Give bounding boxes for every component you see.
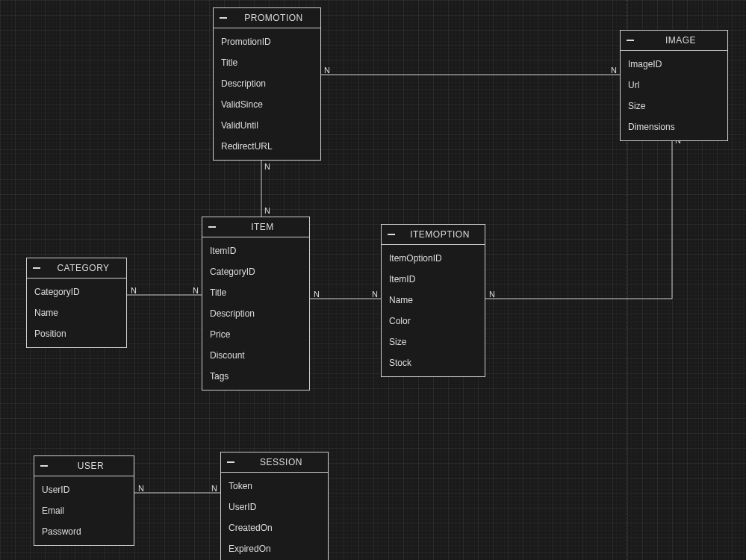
entity-attribute[interactable]: Title bbox=[214, 52, 320, 73]
entity-attribute[interactable]: Tags bbox=[202, 366, 309, 387]
entity-attribute[interactable]: PromotionID bbox=[214, 31, 320, 52]
entity-attribute[interactable]: ExpiredOn bbox=[221, 538, 328, 559]
entity-user[interactable]: USER UserID Email Password bbox=[34, 455, 134, 546]
entity-header[interactable]: ITEMOPTION bbox=[382, 225, 485, 245]
entity-attribute[interactable]: Name bbox=[27, 302, 126, 323]
entity-category[interactable]: CATEGORY CategoryID Name Position bbox=[26, 258, 127, 348]
entity-itemoption[interactable]: ITEMOPTION ItemOptionID ItemID Name Colo… bbox=[381, 224, 485, 377]
entity-attribute[interactable]: Stock bbox=[382, 352, 485, 373]
entity-title: USER bbox=[54, 461, 128, 471]
entity-attribute[interactable]: ValidSince bbox=[214, 94, 320, 115]
entity-attribute[interactable]: Url bbox=[621, 75, 727, 96]
entity-title: PROMOTION bbox=[233, 13, 314, 23]
cardinality-label: N bbox=[314, 290, 320, 299]
collapse-icon[interactable] bbox=[388, 234, 395, 235]
entity-body: CategoryID Name Position bbox=[27, 279, 126, 347]
entity-promotion[interactable]: PROMOTION PromotionID Title Description … bbox=[213, 7, 321, 161]
entity-attribute[interactable]: Title bbox=[202, 282, 309, 303]
entity-title: IMAGE bbox=[640, 35, 721, 46]
entity-attribute[interactable]: Color bbox=[382, 311, 485, 332]
cardinality-label: N bbox=[324, 66, 330, 75]
cardinality-label: N bbox=[264, 162, 270, 171]
cardinality-label: N bbox=[193, 286, 199, 295]
entity-attribute[interactable]: Size bbox=[382, 332, 485, 352]
entity-attribute[interactable]: Size bbox=[621, 96, 727, 116]
collapse-icon[interactable] bbox=[627, 40, 634, 41]
collapse-icon[interactable] bbox=[227, 461, 234, 463]
entity-header[interactable]: USER bbox=[34, 456, 134, 476]
entity-attribute[interactable]: Dimensions bbox=[621, 116, 727, 137]
entity-attribute[interactable]: ImageID bbox=[621, 54, 727, 75]
entity-attribute[interactable]: Price bbox=[202, 324, 309, 345]
entity-body: ImageID Url Size Dimensions bbox=[621, 51, 727, 140]
entity-header[interactable]: SESSION bbox=[221, 452, 328, 473]
entity-body: ItemID CategoryID Title Description Pric… bbox=[202, 237, 309, 390]
cardinality-label: N bbox=[611, 66, 617, 75]
entity-body: Token UserID CreatedOn ExpiredOn bbox=[221, 473, 328, 560]
cardinality-label: N bbox=[138, 484, 144, 493]
entity-item[interactable]: ITEM ItemID CategoryID Title Description… bbox=[202, 217, 310, 391]
entity-attribute[interactable]: Password bbox=[34, 521, 134, 542]
cardinality-label: N bbox=[372, 290, 378, 299]
entity-attribute[interactable]: UserID bbox=[221, 497, 328, 517]
entity-title: CATEGORY bbox=[46, 263, 120, 273]
collapse-icon[interactable] bbox=[40, 465, 48, 467]
entity-header[interactable]: ITEM bbox=[202, 217, 309, 237]
entity-attribute[interactable]: CategoryID bbox=[202, 261, 309, 282]
entity-body: UserID Email Password bbox=[34, 476, 134, 545]
entity-attribute[interactable]: Discount bbox=[202, 345, 309, 366]
entity-attribute[interactable]: CreatedOn bbox=[221, 517, 328, 538]
entity-body: PromotionID Title Description ValidSince… bbox=[214, 28, 320, 160]
entity-attribute[interactable]: ItemID bbox=[382, 269, 485, 290]
entity-attribute[interactable]: RedirectURL bbox=[214, 136, 320, 157]
collapse-icon[interactable] bbox=[33, 267, 40, 269]
entity-attribute[interactable]: Name bbox=[382, 290, 485, 311]
entity-session[interactable]: SESSION Token UserID CreatedOn ExpiredOn bbox=[220, 452, 329, 560]
entity-body: ItemOptionID ItemID Name Color Size Stoc… bbox=[382, 245, 485, 376]
entity-title: ITEM bbox=[222, 222, 303, 232]
entity-attribute[interactable]: Position bbox=[27, 323, 126, 344]
cardinality-label: N bbox=[489, 290, 495, 299]
entity-attribute[interactable]: ValidUntil bbox=[214, 115, 320, 136]
collapse-icon[interactable] bbox=[220, 17, 227, 19]
cardinality-label: N bbox=[211, 484, 217, 493]
entity-header[interactable]: IMAGE bbox=[621, 31, 727, 51]
entity-header[interactable]: CATEGORY bbox=[27, 258, 126, 279]
entity-attribute[interactable]: Token bbox=[221, 476, 328, 497]
entity-title: SESSION bbox=[240, 457, 322, 467]
entity-header[interactable]: PROMOTION bbox=[214, 8, 320, 28]
entity-attribute[interactable]: Description bbox=[214, 73, 320, 94]
cardinality-label: N bbox=[131, 286, 137, 295]
entity-attribute[interactable]: ItemOptionID bbox=[382, 248, 485, 269]
entity-attribute[interactable]: UserID bbox=[34, 479, 134, 500]
entity-attribute[interactable]: Description bbox=[202, 303, 309, 324]
cardinality-label: N bbox=[264, 206, 270, 215]
collapse-icon[interactable] bbox=[208, 226, 216, 228]
entity-attribute[interactable]: CategoryID bbox=[27, 281, 126, 302]
entity-attribute[interactable]: Email bbox=[34, 500, 134, 521]
entity-attribute[interactable]: ItemID bbox=[202, 240, 309, 261]
entity-image[interactable]: IMAGE ImageID Url Size Dimensions bbox=[620, 30, 728, 141]
entity-title: ITEMOPTION bbox=[401, 229, 479, 240]
